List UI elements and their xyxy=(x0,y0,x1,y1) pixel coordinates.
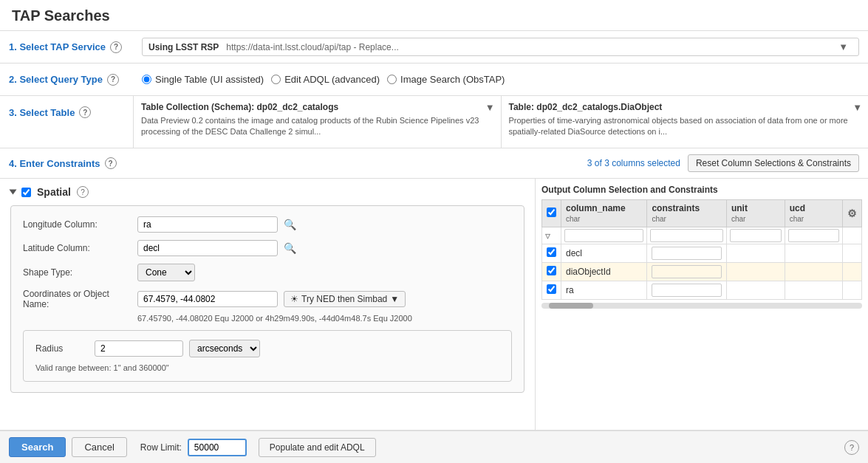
query-type-image-radio[interactable] xyxy=(387,75,397,84)
row-ra-constraints-input[interactable] xyxy=(652,284,722,297)
query-type-adql-radio[interactable] xyxy=(271,75,281,84)
coords-input[interactable] xyxy=(137,291,278,307)
step4-help-icon[interactable]: ? xyxy=(105,157,117,169)
scrollbar-thumb[interactable] xyxy=(549,303,593,309)
radius-label: Radius xyxy=(35,343,95,354)
step2-help-icon[interactable]: ? xyxy=(107,74,119,86)
row-decl-constraints-input[interactable] xyxy=(652,247,722,260)
row-ra-name: ra xyxy=(561,281,647,300)
table-row: decl xyxy=(542,244,862,263)
shape-type-row: Shape Type: Cone Polygon Range xyxy=(23,264,512,281)
row-ra-check-cell xyxy=(542,281,561,300)
table-panels: Table Collection (Schema): dp02_dc2_cata… xyxy=(133,96,868,148)
table-row: diaObjectId xyxy=(542,263,862,281)
reset-button[interactable]: Reset Column Selections & Constraints xyxy=(688,154,859,172)
col-header-gear: ⚙ xyxy=(842,200,861,227)
footer-help-icon[interactable]: ? xyxy=(844,440,859,455)
longitude-row: Longitude Column: 🔍 xyxy=(23,216,512,233)
col-ucd-sub: char xyxy=(790,215,804,223)
query-type-single-radio[interactable] xyxy=(142,75,151,84)
spatial-help-icon[interactable]: ? xyxy=(77,186,89,198)
col-unit-sub: char xyxy=(731,215,745,223)
row-decl-checkbox[interactable] xyxy=(547,247,556,257)
step2-label-text: 2. Select Query Type xyxy=(9,74,103,85)
row-limit-label: Row Limit: xyxy=(140,442,182,453)
step3-help-icon[interactable]: ? xyxy=(79,106,91,118)
populate-adql-button[interactable]: Populate and edit ADQL xyxy=(259,438,376,457)
search-button[interactable]: Search xyxy=(9,437,66,457)
spatial-checkbox[interactable] xyxy=(21,188,31,197)
row-dia-unit xyxy=(726,263,785,281)
filter-name-input[interactable] xyxy=(564,229,643,242)
step2-section: 2. Select Query Type ? Single Table (UI … xyxy=(0,64,868,96)
filter-unit-input[interactable] xyxy=(730,229,782,242)
tap-service-dropdown-icon[interactable]: ▼ xyxy=(834,41,852,52)
row-dia-constraints-input[interactable] xyxy=(652,265,722,278)
radius-row: Radius arcseconds arcminutes degrees xyxy=(35,340,499,357)
row-limit-input[interactable] xyxy=(188,439,247,456)
col-select-all-checkbox[interactable] xyxy=(547,208,556,217)
radius-input[interactable] xyxy=(95,340,183,357)
step3-label: 3. Select Table ? xyxy=(0,96,133,127)
step1-help-icon[interactable]: ? xyxy=(110,41,122,53)
radius-section: Radius arcseconds arcminutes degrees Val… xyxy=(23,330,512,382)
page-title: TAP Searches xyxy=(0,0,868,31)
footer: Search Cancel Row Limit: Populate and ed… xyxy=(0,430,868,463)
longitude-search-icon-btn[interactable]: 🔍 xyxy=(284,219,296,230)
row-ra-constraints xyxy=(647,281,727,300)
table-row: ra xyxy=(542,281,862,300)
row-dia-constraints xyxy=(647,263,727,281)
constraints-title: 4. Enter Constraints ? xyxy=(9,157,117,169)
coords-label: Coordinates or Object Name: xyxy=(23,289,137,309)
constraints-right: Output Column Selection and Constraints … xyxy=(536,179,868,430)
col-header-name: column_name char xyxy=(561,200,647,227)
collection-desc: Data Preview 0.2 contains the image and … xyxy=(141,115,493,138)
radius-unit-select[interactable]: arcseconds arcminutes degrees xyxy=(189,340,260,357)
table-panel: Table: dp02_dc2_catalogs.DiaObject Prope… xyxy=(501,96,869,148)
cancel-button[interactable]: Cancel xyxy=(72,437,126,457)
filter-constraints-input[interactable] xyxy=(650,229,723,242)
latitude-input[interactable] xyxy=(137,240,278,256)
row-ra-checkbox[interactable] xyxy=(547,284,556,294)
query-type-image-label: Image Search (ObsTAP) xyxy=(400,74,505,85)
columns-selected: 3 of 3 columns selected Reset Column Sel… xyxy=(587,154,859,172)
filter-row: ▿ xyxy=(542,227,862,244)
table-title: Table: dp02_dc2_catalogs.DiaObject xyxy=(509,102,861,112)
row-ra-unit xyxy=(726,281,785,300)
coords-row: Coordinates or Object Name: ☀ Try NED th… xyxy=(23,289,512,309)
collection-label: Table Collection (Schema): xyxy=(141,102,254,112)
spatial-expand-icon[interactable] xyxy=(10,190,17,195)
filter-ucd-input[interactable] xyxy=(788,229,839,242)
coords-resolved: 67.45790, -44.08020 Equ J2000 or 4h29m49… xyxy=(137,314,512,323)
app-container: TAP Searches 1. Select TAP Service ? Usi… xyxy=(0,0,868,463)
step1-section: 1. Select TAP Service ? Using LSST RSP h… xyxy=(0,31,868,64)
query-type-single-table[interactable]: Single Table (UI assisted) xyxy=(142,74,264,85)
step2-label: 2. Select Query Type ? xyxy=(9,74,142,86)
gear-icon[interactable]: ⚙ xyxy=(847,208,857,219)
longitude-input[interactable] xyxy=(137,216,278,233)
ned-button[interactable]: ☀ Try NED then Simbad ▼ xyxy=(284,291,406,307)
table-label: Table: xyxy=(509,102,534,112)
tap-service-label: Using LSST RSP xyxy=(148,42,219,52)
latitude-search-icon-btn[interactable]: 🔍 xyxy=(284,242,296,254)
constraints-header: 4. Enter Constraints ? 3 of 3 columns se… xyxy=(0,148,868,179)
col-ucd-header-label: ucd xyxy=(790,203,805,213)
col-unit-header-label: unit xyxy=(731,203,748,213)
radius-hint: Valid range between: 1" and 360000" xyxy=(35,363,499,372)
shape-select[interactable]: Cone Polygon Range xyxy=(137,264,195,281)
row-dia-ucd xyxy=(785,263,842,281)
table-dropdown-icon[interactable]: ▼ xyxy=(852,102,862,113)
row-decl-check-cell xyxy=(542,244,561,263)
filter-icon: ▿ xyxy=(545,230,550,241)
ned-dropdown-icon: ▼ xyxy=(390,294,399,304)
col-header-ucd: ucd char xyxy=(785,200,842,227)
spatial-box: Longitude Column: 🔍 Latitude Column: 🔍 S… xyxy=(10,205,524,393)
scrollbar-area xyxy=(541,303,862,309)
shape-label: Shape Type: xyxy=(23,267,137,278)
row-decl-ucd xyxy=(785,244,842,263)
query-type-image[interactable]: Image Search (ObsTAP) xyxy=(387,74,505,85)
longitude-label: Longitude Column: xyxy=(23,219,137,230)
collection-dropdown-icon[interactable]: ▼ xyxy=(485,102,495,113)
row-dia-checkbox[interactable] xyxy=(547,266,556,275)
query-type-adql[interactable]: Edit ADQL (advanced) xyxy=(271,74,380,85)
